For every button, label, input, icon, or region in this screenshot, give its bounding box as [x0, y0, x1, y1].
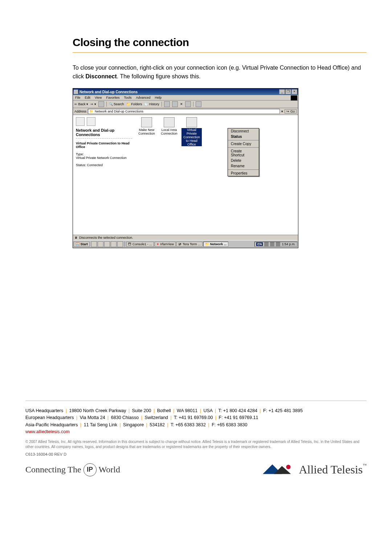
icon-label: Make New Connection [136, 128, 157, 135]
toolbar-icon[interactable] [196, 101, 201, 107]
go-button[interactable]: ↪ Go [285, 109, 297, 114]
status-text: Disconnects the selected connection. [79, 236, 133, 239]
footer-usa: USA Headquarters | 19800 North Creek Par… [25, 407, 367, 414]
body-paragraph: To close your connection, right-click on… [73, 63, 367, 81]
menu-tools[interactable]: Tools [124, 96, 131, 99]
context-menu: Disconnect Status Create Copy Create Sho… [228, 128, 259, 176]
tagline-a: Connecting The [25, 465, 81, 475]
toolbar-separator [193, 102, 193, 107]
menu-help[interactable]: Help [155, 96, 162, 99]
local-area-connection-icon[interactable]: Local Area Connection [159, 117, 179, 233]
quick-launch-icon[interactable] [104, 241, 110, 247]
status-icon: 🖥 [74, 236, 78, 239]
menu-separator [228, 140, 259, 140]
quick-launch-icon[interactable] [98, 241, 103, 247]
menu-delete[interactable]: Delete [228, 158, 259, 163]
menu-properties[interactable]: Properties [228, 171, 259, 176]
sidebar-title: Network and Dial-up Connections [76, 128, 132, 137]
address-value: Network and Dial-up Connections [95, 110, 143, 113]
history-button[interactable]: 🕑 History [144, 102, 159, 106]
logo-mark-icon [262, 464, 295, 475]
heading-rule [73, 52, 367, 53]
taskbar: 🪟 Start 🗔Console1 - ... ✶IrfanView 🖳Tera… [73, 240, 298, 248]
address-input[interactable]: 📁 Network and Dial-up Connections [88, 109, 280, 114]
allied-telesis-logo: Allied Telesis™ [262, 463, 367, 476]
menu-rename[interactable]: Rename [228, 163, 259, 169]
menubar: File Edit View Favorites Tools Advanced … [73, 95, 298, 100]
addressbar: Address 📁 Network and Dial-up Connection… [73, 108, 298, 115]
tray-icon[interactable] [264, 242, 269, 246]
connection-icon [164, 117, 175, 127]
menu-status[interactable]: Status [228, 134, 259, 139]
maximize-button[interactable]: ❐ [285, 89, 291, 94]
system-tray: EN 1:54 p.m. [254, 242, 297, 247]
menu-advanced[interactable]: Advanced [136, 96, 150, 99]
delete-icon[interactable]: ✕ [180, 102, 183, 106]
sidebar-type: Type: Virtual Private Network Connection [76, 152, 132, 160]
make-new-connection-icon[interactable]: Make New Connection [136, 117, 157, 233]
task-network[interactable]: 📁Network ... [203, 242, 229, 247]
toolbar-icon[interactable] [185, 101, 191, 107]
forward-button[interactable]: ⇒ ▾ [90, 102, 96, 106]
toolbar-separator [162, 102, 162, 107]
start-button[interactable]: 🪟 Start [74, 242, 90, 247]
sidebar-divider [76, 138, 132, 139]
back-button[interactable]: ⇐ Back ▾ [74, 102, 88, 106]
minimize-button[interactable]: _ [279, 89, 285, 94]
taskbar-separator [124, 241, 125, 247]
toolbar-separator [106, 102, 107, 107]
embedded-screenshot: Network and Dial-up Connections _ ❐ × Fi… [73, 88, 298, 248]
toolbar-icon[interactable] [164, 101, 170, 107]
content-area: Network and Dial-up Connections Virtual … [73, 115, 298, 235]
quick-launch-icon[interactable] [91, 241, 97, 247]
task-teraterm[interactable]: 🖳Tera Term ... [176, 242, 203, 247]
folders-button[interactable]: 📁 Folders [126, 102, 142, 106]
document-id: C613-16004-00 REV D [25, 452, 367, 456]
statusbar: 🖥 Disconnects the selected connection. [73, 235, 298, 240]
quick-launch-icon[interactable] [117, 241, 123, 247]
menu-favorites[interactable]: Favorites [106, 96, 119, 99]
menu-view[interactable]: View [95, 96, 102, 99]
footer-legal: © 2007 Allied Telesis, Inc. All rights r… [25, 439, 367, 449]
icon-label: Local Area Connection [159, 128, 179, 135]
tray-icon[interactable] [276, 242, 280, 246]
connection-icon [141, 117, 152, 127]
language-indicator[interactable]: EN [256, 242, 263, 246]
sidebar-icon [76, 117, 85, 126]
tagline: Connecting The IP World [25, 463, 120, 476]
windows-flag-icon [291, 95, 297, 100]
info-sidebar: Network and Dial-up Connections Virtual … [73, 115, 135, 235]
icon-label-selected: Virtual Private Connection to Head Offic… [181, 128, 202, 146]
address-label: Address [74, 110, 86, 113]
ip-circle-icon: IP [83, 463, 97, 476]
tray-icon[interactable] [270, 242, 274, 246]
menu-file[interactable]: File [75, 96, 81, 99]
footer-url: www.alliedtelesis.com [25, 429, 367, 434]
icon-view: Make New Connection Local Area Connectio… [135, 115, 298, 235]
search-button[interactable]: 🔍 Search [109, 102, 124, 106]
address-dropdown[interactable]: ▾ [281, 110, 283, 113]
up-button[interactable] [98, 101, 104, 107]
menu-create-copy[interactable]: Create Copy [228, 141, 259, 147]
body-text-2: . The following figure shows this. [117, 73, 201, 79]
section-heading: Closing the connection [73, 36, 367, 49]
menu-create-shortcut[interactable]: Create Shortcut [228, 148, 259, 158]
sidebar-status: Status: Connected [76, 163, 132, 167]
task-console[interactable]: 🗔Console1 - ... [126, 242, 154, 247]
tagline-b: World [99, 465, 120, 475]
svg-point-2 [286, 465, 291, 469]
footer-eu: European Headquarters | Via Motta 24 | 6… [25, 414, 367, 421]
toolbar-icon[interactable] [172, 101, 178, 107]
close-button[interactable]: × [291, 89, 297, 94]
connection-icon [186, 117, 197, 127]
menu-separator [228, 169, 259, 170]
window-title: Network and Dial-up Connections [79, 90, 279, 94]
menu-edit[interactable]: Edit [85, 96, 91, 99]
footer-contacts: USA Headquarters | 19800 North Creek Par… [25, 407, 367, 428]
menu-disconnect[interactable]: Disconnect [228, 128, 259, 134]
window-icon [74, 90, 78, 94]
task-irfanview[interactable]: ✶IrfanView [155, 242, 176, 247]
footer-rule [25, 401, 367, 401]
vpn-connection-icon[interactable]: Virtual Private Connection to Head Offic… [181, 117, 202, 233]
quick-launch-icon[interactable] [111, 241, 117, 247]
